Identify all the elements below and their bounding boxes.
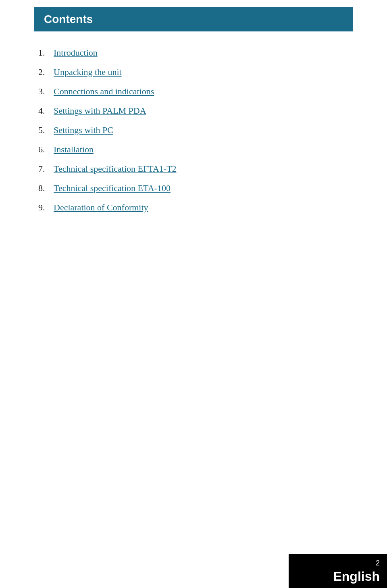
- toc-item-6: 6. Installation: [38, 144, 353, 155]
- toc-number-1: 1.: [38, 48, 54, 58]
- toc-link-1[interactable]: Introduction: [54, 48, 98, 58]
- contents-list: 1. Introduction 2. Unpacking the unit 3.…: [34, 48, 353, 213]
- toc-number-7: 7.: [38, 164, 54, 174]
- toc-link-9[interactable]: Declaration of Conformity: [54, 202, 148, 213]
- language-label: English: [333, 569, 380, 584]
- toc-item-8: 8. Technical specification ETA-100: [38, 183, 353, 193]
- toc-link-2[interactable]: Unpacking the unit: [54, 67, 122, 77]
- toc-number-5: 5.: [38, 125, 54, 135]
- toc-item-7: 7. Technical specification EFTA1-T2: [38, 164, 353, 174]
- footer-bar: 2 English: [289, 554, 387, 588]
- page-number: 2: [376, 559, 380, 567]
- toc-number-8: 8.: [38, 183, 54, 193]
- toc-link-5[interactable]: Settings with PC: [54, 125, 113, 135]
- toc-link-6[interactable]: Installation: [54, 144, 94, 155]
- page-title: Contents: [44, 13, 93, 25]
- toc-item-9: 9. Declaration of Conformity: [38, 202, 353, 213]
- toc-item-4: 4. Settings with PALM PDA: [38, 106, 353, 116]
- toc-number-6: 6.: [38, 144, 54, 155]
- toc-item-5: 5. Settings with PC: [38, 125, 353, 135]
- toc-link-7[interactable]: Technical specification EFTA1-T2: [54, 164, 177, 174]
- header-bar: Contents: [34, 7, 353, 31]
- toc-link-8[interactable]: Technical specification ETA-100: [54, 183, 171, 193]
- toc-item-2: 2. Unpacking the unit: [38, 67, 353, 77]
- toc-link-3[interactable]: Connections and indications: [54, 86, 154, 97]
- toc-number-4: 4.: [38, 106, 54, 116]
- toc-number-3: 3.: [38, 86, 54, 97]
- toc-item-1: 1. Introduction: [38, 48, 353, 58]
- toc-number-2: 2.: [38, 67, 54, 77]
- toc-number-9: 9.: [38, 202, 54, 213]
- toc-link-4[interactable]: Settings with PALM PDA: [54, 106, 146, 116]
- toc-item-3: 3. Connections and indications: [38, 86, 353, 97]
